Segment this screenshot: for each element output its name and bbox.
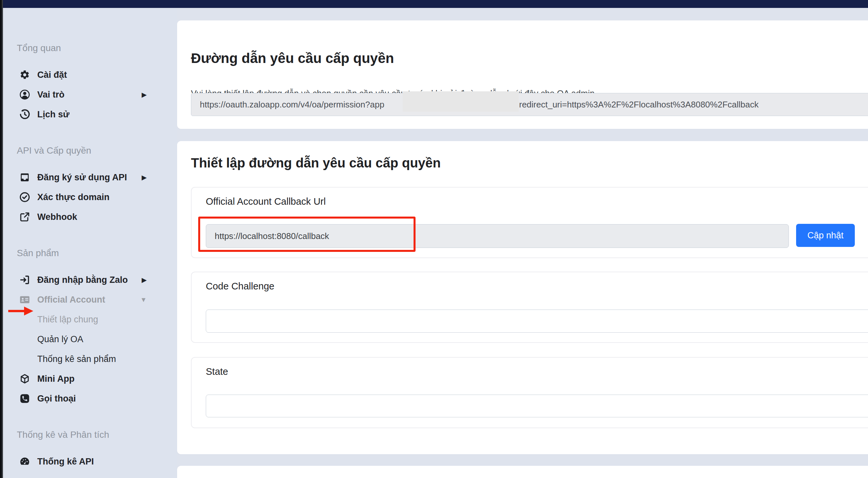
redacted-app-id-overlay [403, 91, 519, 112]
sidebar-section-overview: Tổng quan [3, 39, 177, 57]
sidebar-item-settings[interactable]: Cài đặt [3, 65, 177, 85]
sidebar-item-label: Vai trò [37, 90, 65, 100]
phone-icon [19, 393, 31, 405]
code-challenge-input[interactable] [206, 310, 868, 332]
sidebar-item-label: Cài đặt [37, 70, 67, 80]
sidebar-item-domain-verification[interactable]: Xác thực domain [3, 187, 177, 207]
sidebar-item-mini-app[interactable]: Mini App [3, 369, 177, 389]
chevron-down-icon: ▼ [140, 296, 147, 304]
sidebar-item-webhook[interactable]: Webhook [3, 207, 177, 227]
chevron-right-icon: ▶ [142, 173, 147, 181]
next-section-card [177, 466, 868, 478]
permission-url-field[interactable]: https://oauth.zaloapp.com/v4/oa/permissi… [191, 93, 868, 116]
sidebar-item-label: Mini App [37, 374, 74, 384]
sidebar-item-api-registration[interactable]: Đăng ký sử dụng API ▶ [3, 167, 177, 187]
sidebar-item-roles[interactable]: Vai trò ▶ [3, 85, 177, 104]
gauge-icon [19, 455, 31, 468]
check-circle-icon [19, 191, 31, 203]
sidebar-item-label: Thống kê API [37, 456, 94, 467]
sidebar-section-api: API và Cấp quyền [3, 141, 177, 160]
sidebar-item-api-stats[interactable]: Thống kê API [3, 452, 177, 471]
callback-url-label: Official Account Callback Url [206, 196, 326, 207]
page-title: Đường dẫn yêu cầu cấp quyền [191, 50, 394, 67]
chevron-right-icon: ▶ [142, 91, 147, 99]
sidebar-item-label: Đăng nhập bằng Zalo [37, 275, 128, 285]
red-arrow-annotation [8, 307, 33, 316]
permission-setup-card: Thiết lập đường dẫn yêu cầu cấp quyền Of… [177, 141, 868, 454]
id-card-icon [19, 294, 31, 306]
state-input[interactable] [206, 394, 868, 417]
sidebar-item-label: Official Account [37, 295, 105, 305]
permission-url-prefix: https://oauth.zaloapp.com/v4/oa/permissi… [200, 93, 384, 116]
sidebar-item-zalo-login[interactable]: Đăng nhập bằng Zalo ▶ [3, 270, 177, 290]
sidebar-item-label: Xác thực domain [37, 192, 110, 202]
sidebar-item-label: Quản lý OA [37, 334, 84, 345]
person-circle-icon [19, 89, 31, 100]
sidebar-item-product-stats[interactable]: Thống kê sản phẩm [3, 349, 177, 369]
setup-title: Thiết lập đường dẫn yêu cầu cấp quyền [191, 155, 441, 171]
sidebar-section-products: Sản phẩm [3, 244, 177, 262]
permission-link-card: Đường dẫn yêu cầu cấp quyền Vui lòng thi… [177, 21, 868, 129]
sidebar-section-analytics: Thống kê và Phân tích [3, 425, 177, 444]
external-link-icon [19, 211, 31, 223]
code-challenge-label: Code Challenge [206, 281, 274, 292]
top-navbar [0, 0, 868, 8]
sidebar-item-label: Thiết lập chung [37, 315, 98, 325]
sidebar-item-label: Đăng ký sử dụng API [37, 172, 127, 183]
history-icon [19, 108, 31, 120]
login-icon [19, 274, 31, 286]
callback-url-field-group: Official Account Callback Url Cập nhật [191, 187, 868, 258]
sidebar-item-label: Webhook [37, 212, 77, 222]
sidebar-item-oa-management[interactable]: Quản lý OA [3, 329, 177, 349]
sidebar-item-label: Thống kê sản phẩm [37, 354, 116, 364]
state-field-group: State [191, 357, 868, 428]
callback-url-input[interactable] [206, 224, 789, 248]
sidebar-item-label: Gọi thoại [37, 393, 76, 404]
code-challenge-field-group: Code Challenge [191, 272, 868, 343]
sidebar-item-label: Lịch sử [37, 109, 70, 120]
update-button[interactable]: Cập nhật [796, 224, 855, 247]
sidebar: Tổng quan Cài đặt Vai trò ▶ [3, 8, 177, 478]
sidebar-item-calls[interactable]: Gọi thoại [3, 389, 177, 409]
window-edge-scrollbar[interactable] [0, 0, 3, 478]
chevron-right-icon: ▶ [142, 276, 147, 284]
sidebar-item-history[interactable]: Lịch sử [3, 104, 177, 124]
zalo-developer-console: Tổng quan Cài đặt Vai trò ▶ [0, 0, 868, 478]
gear-icon [19, 69, 31, 81]
permission-url-suffix: redirect_uri=https%3A%2F%2Flocalhost%3A8… [519, 93, 758, 116]
cube-icon [19, 373, 31, 385]
inbox-icon [19, 171, 31, 183]
state-label: State [206, 366, 228, 377]
